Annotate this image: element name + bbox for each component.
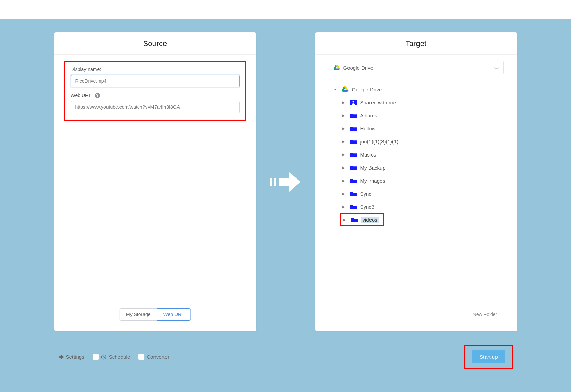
expand-icon[interactable]: ▶: [342, 205, 346, 209]
tree-item[interactable]: ▶videos: [340, 213, 384, 226]
startup-highlight-box: Start up: [464, 345, 513, 369]
tree-item[interactable]: ▶juu(1)(1)(3)(1)(1): [342, 135, 504, 148]
source-highlight-box: Display name: Web URL: ?: [64, 61, 246, 121]
checkbox-icon[interactable]: [93, 354, 99, 360]
gear-icon: [58, 354, 64, 360]
checkbox-icon[interactable]: [138, 354, 144, 360]
folder-tree: ▼ Google Drive ▶Shared with me▶Albums▶He…: [329, 83, 504, 226]
expand-icon[interactable]: ▶: [342, 114, 346, 117]
settings-button[interactable]: Settings: [58, 354, 84, 360]
tree-item[interactable]: ▶Sync3: [342, 200, 504, 213]
tree-item[interactable]: ▶Hellow: [342, 122, 504, 135]
schedule-toggle[interactable]: Schedule: [93, 354, 130, 360]
tree-item-label: My Images: [360, 178, 385, 184]
tree-item-label: Musics: [360, 152, 376, 158]
tree-item-label: My Backup: [360, 165, 386, 171]
target-title: Target: [315, 32, 517, 55]
svg-point-3: [352, 101, 354, 102]
bottom-bar: Settings Schedule Converter Start up: [54, 345, 517, 369]
target-panel: Target Google Drive ▼: [315, 32, 517, 331]
help-icon[interactable]: ?: [95, 93, 100, 98]
web-url-label: Web URL: ?: [71, 93, 240, 98]
expand-icon[interactable]: ▶: [342, 140, 346, 143]
tree-item-label: Shared with me: [360, 100, 396, 105]
folder-icon: [349, 152, 357, 157]
clock-icon: [101, 354, 106, 360]
tab-web-url[interactable]: Web URL: [157, 308, 191, 321]
shared-folder-icon: [349, 100, 357, 105]
tree-root-google-drive[interactable]: ▼ Google Drive: [329, 83, 504, 96]
web-url-input[interactable]: [71, 101, 240, 113]
display-name-label: Display name:: [71, 67, 240, 72]
tree-item[interactable]: ▶My Images: [342, 174, 504, 187]
source-title: Source: [54, 32, 256, 55]
drive-selector[interactable]: Google Drive: [329, 61, 504, 74]
tree-item[interactable]: ▶Shared with me: [342, 96, 504, 109]
expand-icon[interactable]: ▶: [342, 192, 346, 196]
expand-icon[interactable]: ▶: [342, 127, 346, 130]
folder-icon: [349, 178, 357, 183]
folder-icon: [349, 204, 357, 209]
svg-rect-0: [270, 178, 272, 186]
tree-item-label: videos: [361, 217, 379, 223]
expand-icon[interactable]: ▶: [342, 166, 346, 170]
source-panel: Source Display name: Web URL: ? My Stora…: [54, 32, 256, 331]
drive-selector-label: Google Drive: [343, 65, 374, 71]
arrow-icon: [270, 170, 301, 194]
source-tabs: My Storage Web URL: [119, 308, 191, 321]
expand-icon[interactable]: ▶: [342, 101, 346, 104]
tree-item[interactable]: ▶Musics: [342, 148, 504, 161]
tree-root-label: Google Drive: [352, 87, 382, 92]
svg-rect-1: [274, 178, 276, 186]
tree-item-label: juu(1)(1)(3)(1)(1): [360, 139, 399, 145]
folder-icon: [349, 165, 357, 170]
tab-my-storage[interactable]: My Storage: [119, 308, 157, 321]
expand-icon[interactable]: ▶: [342, 153, 346, 157]
tree-item[interactable]: ▶Sync: [342, 187, 504, 200]
google-drive-icon: [341, 86, 349, 92]
folder-icon: [349, 191, 357, 196]
tree-item-label: Sync: [360, 191, 372, 197]
tree-item[interactable]: ▶My Backup: [342, 161, 504, 174]
expand-icon[interactable]: ▶: [343, 218, 347, 222]
expand-icon[interactable]: ▶: [342, 179, 346, 183]
folder-icon: [349, 126, 357, 131]
tree-item-label: Sync3: [360, 204, 375, 210]
folder-icon: [350, 217, 358, 222]
tree-item[interactable]: ▶Albums: [342, 109, 504, 122]
converter-toggle[interactable]: Converter: [138, 354, 169, 360]
transfer-arrow: [256, 32, 315, 331]
google-drive-icon: [334, 65, 340, 70]
collapse-icon[interactable]: ▼: [333, 88, 338, 91]
tree-item-label: Albums: [360, 113, 377, 118]
folder-icon: [349, 113, 357, 118]
display-name-input[interactable]: [71, 75, 240, 87]
tree-item-label: Hellow: [360, 126, 376, 131]
new-folder-button[interactable]: New Folder: [468, 312, 502, 319]
start-up-button[interactable]: Start up: [472, 350, 505, 363]
chevron-down-icon: [494, 65, 499, 71]
folder-icon: [349, 139, 357, 144]
